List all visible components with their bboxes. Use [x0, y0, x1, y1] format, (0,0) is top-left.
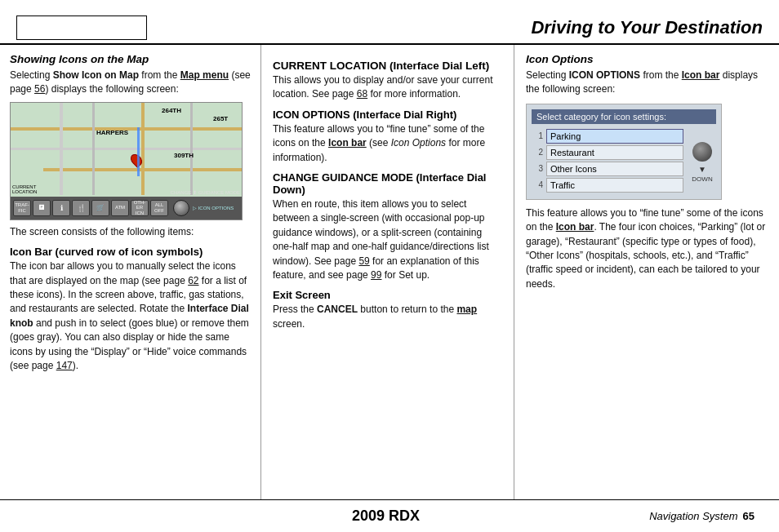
icon-options-screen-title: Select category for icon settings:: [532, 109, 716, 124]
map-menu-link[interactable]: Map menu: [180, 69, 229, 81]
mid-heading3: CHANGE GUIDANCE MODE (Interface Dial Dow…: [273, 171, 502, 196]
page147-link[interactable]: 147: [56, 360, 73, 371]
footer-right: Navigation System 65: [649, 510, 755, 522]
mid-text3: When en route, this item allows you to s…: [273, 197, 502, 282]
icon-options-knob[interactable]: [692, 142, 712, 162]
map-btn4[interactable]: 🍴: [72, 200, 90, 216]
left-intro-text1: Selecting: [10, 69, 53, 81]
left-intro-text4: ) displays the following screen:: [45, 83, 178, 95]
header: Driving to Your Destination: [0, 0, 779, 45]
icon-option-4[interactable]: 4 Traffic: [532, 178, 683, 193]
map-link[interactable]: map: [456, 304, 477, 315]
col-mid: CURRENT LOCATION (Interface Dial Left) T…: [261, 45, 514, 499]
right-section-title: Icon Options: [526, 53, 768, 65]
col-left: Showing Icons on the Map Selecting Show …: [0, 45, 261, 499]
page56-link[interactable]: 56: [34, 83, 45, 95]
map-bottom-bar: TRAF-FIC 🅿 ℹ 🍴 🛒 ATM OTH-ERICN ALLOFF ▷ …: [11, 197, 242, 219]
right-intro: Selecting ICON OPTIONS from the Icon bar…: [526, 69, 768, 97]
map-btn5[interactable]: 🛒: [91, 200, 109, 216]
mid-text2: This feature allows you to “fine tune” s…: [273, 122, 502, 165]
icon-bar-body: The icon bar allows you to manually sele…: [10, 259, 251, 373]
header-box: [16, 16, 147, 40]
icon-bar-desc-link[interactable]: Icon bar: [556, 221, 594, 233]
icon-options-list: 1 Parking 2 Restaurant 3 Other Icons 4 T…: [532, 127, 683, 194]
left-section-title: Showing Icons on the Map: [10, 53, 251, 65]
icon-option-3[interactable]: 3 Other Icons: [532, 162, 683, 176]
icon-options-screenshot: Select category for icon settings: 1 Par…: [526, 104, 722, 200]
icon-knob-area: ▼DOWN: [688, 127, 716, 194]
cancel-label: CANCEL: [317, 304, 358, 315]
map-label-309th: 309TH: [174, 152, 194, 159]
map-label-265t: 265T: [213, 115, 228, 122]
map-btn-all-off[interactable]: ALLOFF: [150, 200, 168, 216]
icon-bar-text4: ).: [73, 360, 78, 371]
icon-options-content: 1 Parking 2 Restaurant 3 Other Icons 4 T…: [532, 127, 716, 194]
map-label-264th: 264TH: [162, 107, 181, 114]
icon-opts-link[interactable]: Icon Options: [391, 137, 446, 149]
page99-link[interactable]: 99: [371, 269, 381, 281]
traffic-btn[interactable]: TRAF-FIC: [13, 200, 31, 216]
col-right: Icon Options Selecting ICON OPTIONS from…: [514, 45, 779, 499]
mid-heading4: Exit Screen: [273, 289, 502, 301]
map-btn2[interactable]: 🅿: [33, 200, 51, 216]
mid-text4: Press the CANCEL button to return to the…: [273, 303, 502, 331]
mid-heading1: CURRENT LOCATION (Interface Dial Left): [273, 60, 502, 72]
left-intro: Selecting Show Icon on Map from the Map …: [10, 69, 251, 97]
page68-link[interactable]: 68: [357, 88, 367, 100]
footer: 2009 RDX Navigation System 65: [0, 499, 779, 532]
footer-center-text: 2009 RDX: [352, 508, 420, 525]
map-screenshot: HARPERS 264TH 265T 309TH TRAF-FIC 🅿 ℹ 🍴 …: [10, 102, 243, 220]
content-area: Showing Icons on the Map Selecting Show …: [0, 45, 779, 499]
page-number: 65: [743, 510, 755, 522]
icon-options-bold: ICON OPTIONS: [569, 69, 640, 81]
map-label-harpers: HARPERS: [96, 129, 128, 136]
icon-bar-right-link[interactable]: Icon bar: [682, 69, 720, 81]
nav-system-label: Navigation System: [649, 510, 737, 522]
map-btn3[interactable]: ℹ: [52, 200, 70, 216]
map-btn-other[interactable]: OTH-ERICN: [131, 200, 149, 216]
page62-link[interactable]: 62: [188, 275, 198, 286]
mid-text1: This allows you to display and/or save y…: [273, 73, 502, 102]
icon-bar-text3: and push in to select (goes blue) or rem…: [10, 317, 249, 371]
icon-option-1[interactable]: 1 Parking: [532, 129, 683, 144]
icon-bar-link[interactable]: Icon bar: [328, 137, 367, 149]
map-btn6[interactable]: ATM: [111, 200, 129, 216]
change-guidance-label: CHANGE ⬆ GUIDANCE MODE: [171, 190, 240, 196]
icon-option-2[interactable]: 2 Restaurant: [532, 145, 683, 160]
icon-bar-heading: Icon Bar (curved row of icon symbols): [10, 246, 251, 258]
screen-desc: The screen consists of the following ite…: [10, 225, 251, 239]
page-title: Driving to Your Destination: [531, 17, 763, 38]
mid-heading2: ICON OPTIONS (Interface Dial Right): [273, 109, 502, 121]
right-desc: This feature allows you to “fine tune” s…: [526, 206, 768, 291]
page59-link[interactable]: 59: [358, 255, 369, 267]
interface-dial-knob[interactable]: [173, 200, 189, 216]
down-arrow-label: ▼DOWN: [692, 165, 712, 183]
current-location-label: CURRENTLOCATION: [12, 184, 37, 195]
map-icon-options-label: ▷ ICON OPTIONS: [193, 205, 234, 211]
show-icon-bold: Show Icon on Map: [53, 69, 139, 81]
left-intro-text2: from the: [139, 69, 180, 81]
